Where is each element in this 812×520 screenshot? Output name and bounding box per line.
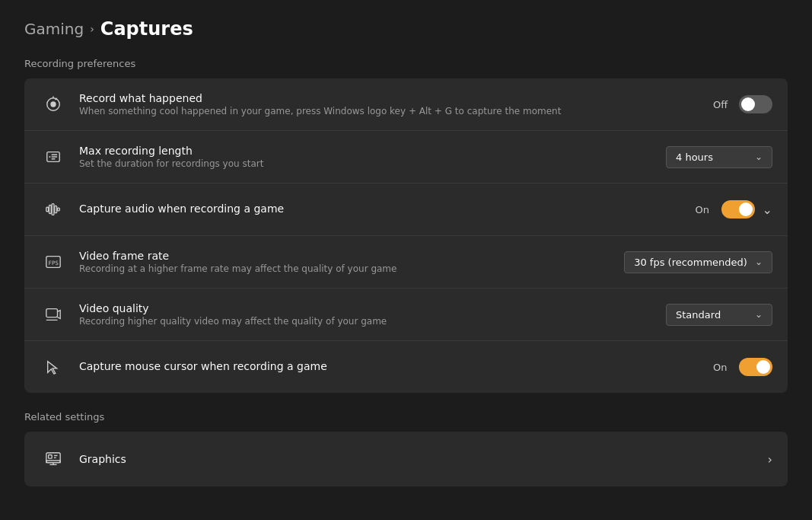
video-quality-value: Standard — [676, 309, 721, 321]
capture-mouse-cursor-title: Capture mouse cursor when recording a ga… — [79, 360, 713, 372]
breadcrumb-current: Captures — [100, 18, 193, 40]
capture-mouse-cursor-text: Capture mouse cursor when recording a ga… — [79, 360, 713, 374]
svg-rect-10 — [55, 206, 57, 212]
dropdown-chevron-icon: ⌄ — [755, 152, 763, 162]
capture-mouse-cursor-item: Capture mouse cursor when recording a ga… — [24, 341, 788, 393]
audio-icon — [40, 196, 67, 223]
video-quality-control: Standard ⌄ — [666, 304, 772, 326]
capture-audio-toggle[interactable] — [721, 200, 755, 219]
graphics-nav-item[interactable]: Graphics › — [24, 432, 788, 487]
max-recording-length-title: Max recording length — [79, 145, 666, 157]
record-what-happened-subtitle: When something cool happened in your gam… — [79, 106, 713, 116]
svg-rect-17 — [46, 461, 60, 463]
video-quality-title: Video quality — [79, 302, 666, 314]
capture-audio-expand-icon[interactable]: ⌄ — [763, 203, 772, 217]
record-what-happened-item: Record what happened When something cool… — [24, 78, 788, 131]
svg-rect-20 — [49, 455, 53, 459]
frame-rate-dropdown-chevron-icon: ⌄ — [755, 257, 763, 267]
related-settings-title: Related settings — [24, 411, 788, 423]
frame-rate-icon: FPS — [40, 248, 67, 276]
record-icon — [40, 91, 67, 118]
record-what-happened-control: Off — [713, 95, 772, 113]
video-frame-rate-item: FPS Video frame rate Recording at a high… — [24, 236, 788, 289]
capture-audio-control: On ⌄ — [696, 200, 772, 219]
video-quality-dropdown[interactable]: Standard ⌄ — [666, 304, 772, 326]
graphics-icon — [40, 445, 67, 473]
graphics-label: Graphics — [79, 453, 768, 465]
breadcrumb: Gaming › Captures — [24, 18, 788, 40]
max-recording-length-value: 4 hours — [676, 152, 713, 163]
capture-mouse-cursor-toggle-label: On — [713, 362, 731, 373]
max-recording-length-subtitle: Set the duration for recordings you star… — [79, 158, 666, 169]
svg-rect-14 — [46, 309, 58, 317]
video-frame-rate-value: 30 fps (recommended) — [634, 257, 747, 268]
svg-rect-7 — [46, 207, 49, 212]
recording-preferences-group: Record what happened When something cool… — [24, 78, 788, 393]
video-quality-subtitle: Recording higher quality video may affec… — [79, 316, 666, 327]
capture-audio-text: Capture audio when recording a game — [79, 203, 696, 216]
capture-mouse-cursor-toggle[interactable] — [739, 358, 772, 376]
svg-text:FPS: FPS — [49, 260, 59, 266]
video-frame-rate-control: 30 fps (recommended) ⌄ — [624, 251, 772, 273]
svg-point-1 — [50, 101, 56, 107]
capture-mouse-cursor-control: On — [713, 358, 772, 376]
video-frame-rate-subtitle: Recording at a higher frame rate may aff… — [79, 263, 624, 274]
record-what-happened-title: Record what happened — [79, 92, 713, 104]
max-recording-length-control: 4 hours ⌄ — [666, 146, 772, 168]
breadcrumb-separator: › — [90, 23, 94, 35]
max-recording-length-text: Max recording length Set the duration fo… — [79, 145, 666, 169]
svg-point-3 — [49, 156, 51, 158]
record-what-happened-text: Record what happened When something cool… — [79, 92, 713, 116]
capture-audio-title: Capture audio when recording a game — [79, 203, 696, 215]
video-quality-item: Video quality Recording higher quality v… — [24, 289, 788, 341]
max-recording-length-item: Max recording length Set the duration fo… — [24, 131, 788, 183]
video-frame-rate-dropdown[interactable]: 30 fps (recommended) ⌄ — [624, 251, 772, 273]
graphics-chevron-icon: › — [768, 452, 772, 467]
video-frame-rate-text: Video frame rate Recording at a higher f… — [79, 250, 624, 274]
capture-audio-item: Capture audio when recording a game On ⌄ — [24, 183, 788, 236]
max-recording-icon — [40, 143, 67, 171]
svg-rect-8 — [49, 206, 52, 214]
quality-dropdown-chevron-icon: ⌄ — [755, 309, 763, 320]
record-what-happened-toggle-label: Off — [713, 99, 731, 110]
video-frame-rate-title: Video frame rate — [79, 250, 624, 262]
capture-audio-toggle-label: On — [696, 204, 714, 215]
svg-rect-9 — [52, 204, 54, 215]
record-what-happened-toggle[interactable] — [739, 95, 772, 113]
svg-rect-11 — [58, 208, 60, 211]
video-quality-text: Video quality Recording higher quality v… — [79, 302, 666, 327]
max-recording-length-dropdown[interactable]: 4 hours ⌄ — [666, 146, 772, 168]
breadcrumb-parent[interactable]: Gaming — [24, 20, 84, 38]
video-quality-icon — [40, 301, 67, 328]
cursor-icon — [40, 353, 67, 381]
recording-preferences-title: Recording preferences — [24, 58, 788, 69]
